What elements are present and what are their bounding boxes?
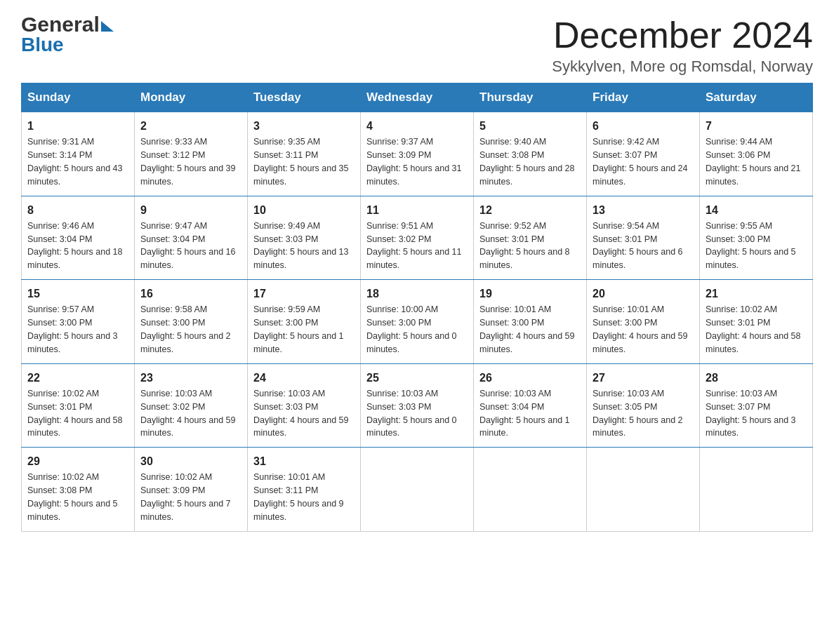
calendar-cell: 27Sunrise: 10:03 AMSunset: 3:05 PMDaylig… <box>587 363 700 448</box>
day-info: Sunrise: 9:31 AMSunset: 3:14 PMDaylight:… <box>27 137 123 187</box>
day-number: 25 <box>366 370 468 386</box>
day-number: 30 <box>140 453 241 469</box>
day-number: 4 <box>366 118 468 134</box>
calendar-cell: 12Sunrise: 9:52 AMSunset: 3:01 PMDayligh… <box>474 196 587 280</box>
day-info: Sunrise: 10:02 AMSunset: 3:09 PMDaylight… <box>140 472 231 522</box>
day-number: 3 <box>253 118 355 134</box>
day-info: Sunrise: 9:42 AMSunset: 3:07 PMDaylight:… <box>593 137 688 187</box>
day-info: Sunrise: 10:03 AMSunset: 3:02 PMDaylight… <box>140 389 236 438</box>
day-number: 19 <box>479 286 581 302</box>
calendar-cell: 19Sunrise: 10:01 AMSunset: 3:00 PMDaylig… <box>474 280 587 364</box>
day-info: Sunrise: 9:37 AMSunset: 3:09 PMDaylight:… <box>366 137 462 187</box>
day-info: Sunrise: 10:03 AMSunset: 3:03 PMDaylight… <box>366 389 457 438</box>
calendar-cell: 3Sunrise: 9:35 AMSunset: 3:11 PMDaylight… <box>248 112 361 196</box>
day-number: 27 <box>593 370 694 386</box>
day-number: 18 <box>366 286 468 302</box>
calendar-cell: 11Sunrise: 9:51 AMSunset: 3:02 PMDayligh… <box>361 196 474 280</box>
calendar-cell: 29Sunrise: 10:02 AMSunset: 3:08 PMDaylig… <box>22 448 135 532</box>
calendar-cell: 16Sunrise: 9:58 AMSunset: 3:00 PMDayligh… <box>135 280 248 364</box>
calendar-cell: 17Sunrise: 9:59 AMSunset: 3:00 PMDayligh… <box>248 280 361 364</box>
calendar-cell: 15Sunrise: 9:57 AMSunset: 3:00 PMDayligh… <box>22 280 135 364</box>
day-number: 22 <box>27 370 128 386</box>
day-number: 10 <box>253 202 355 218</box>
day-info: Sunrise: 10:02 AMSunset: 3:01 PMDaylight… <box>27 389 123 438</box>
column-header-thursday: Thursday <box>474 83 587 112</box>
day-info: Sunrise: 10:01 AMSunset: 3:00 PMDaylight… <box>593 304 688 354</box>
day-number: 29 <box>27 453 128 469</box>
day-number: 5 <box>479 118 581 134</box>
logo: General Blue <box>21 14 114 56</box>
day-info: Sunrise: 9:40 AMSunset: 3:08 PMDaylight:… <box>479 137 575 187</box>
calendar-cell: 9Sunrise: 9:47 AMSunset: 3:04 PMDaylight… <box>135 196 248 280</box>
calendar-cell: 2Sunrise: 9:33 AMSunset: 3:12 PMDaylight… <box>135 112 248 196</box>
calendar-cell: 8Sunrise: 9:46 AMSunset: 3:04 PMDaylight… <box>22 196 135 280</box>
calendar-header-row: SundayMondayTuesdayWednesdayThursdayFrid… <box>22 83 813 112</box>
day-info: Sunrise: 9:33 AMSunset: 3:12 PMDaylight:… <box>140 137 236 187</box>
day-number: 11 <box>366 202 468 218</box>
calendar-cell: 14Sunrise: 9:55 AMSunset: 3:00 PMDayligh… <box>700 196 813 280</box>
calendar-cell: 4Sunrise: 9:37 AMSunset: 3:09 PMDaylight… <box>361 112 474 196</box>
day-info: Sunrise: 9:55 AMSunset: 3:00 PMDaylight:… <box>706 221 796 271</box>
day-info: Sunrise: 9:59 AMSunset: 3:00 PMDaylight:… <box>253 304 344 354</box>
calendar-cell: 21Sunrise: 10:02 AMSunset: 3:01 PMDaylig… <box>700 280 813 364</box>
calendar-table: SundayMondayTuesdayWednesdayThursdayFrid… <box>21 83 813 532</box>
logo-blue-text: Blue <box>21 34 64 56</box>
day-info: Sunrise: 9:47 AMSunset: 3:04 PMDaylight:… <box>140 221 236 271</box>
calendar-cell: 1Sunrise: 9:31 AMSunset: 3:14 PMDaylight… <box>22 112 135 196</box>
day-number: 20 <box>593 286 694 302</box>
day-info: Sunrise: 9:44 AMSunset: 3:06 PMDaylight:… <box>706 137 801 187</box>
day-info: Sunrise: 10:01 AMSunset: 3:11 PMDaylight… <box>253 472 344 522</box>
day-number: 23 <box>140 370 241 386</box>
day-number: 7 <box>706 118 807 134</box>
day-number: 16 <box>140 286 241 302</box>
day-number: 17 <box>253 286 355 302</box>
logo-arrow-icon <box>101 21 114 32</box>
page-header: General Blue December 2024 Sykkylven, Mo… <box>21 14 813 76</box>
calendar-cell: 31Sunrise: 10:01 AMSunset: 3:11 PMDaylig… <box>248 448 361 532</box>
day-info: Sunrise: 10:02 AMSunset: 3:01 PMDaylight… <box>706 304 801 354</box>
column-header-monday: Monday <box>135 83 248 112</box>
day-info: Sunrise: 10:02 AMSunset: 3:08 PMDaylight… <box>27 472 118 522</box>
column-header-sunday: Sunday <box>22 83 135 112</box>
column-header-friday: Friday <box>587 83 700 112</box>
day-number: 8 <box>27 202 128 218</box>
day-info: Sunrise: 10:03 AMSunset: 3:05 PMDaylight… <box>593 389 683 438</box>
calendar-cell <box>474 448 587 532</box>
calendar-cell: 25Sunrise: 10:03 AMSunset: 3:03 PMDaylig… <box>361 363 474 448</box>
calendar-cell: 30Sunrise: 10:02 AMSunset: 3:09 PMDaylig… <box>135 448 248 532</box>
calendar-cell <box>587 448 700 532</box>
calendar-cell: 28Sunrise: 10:03 AMSunset: 3:07 PMDaylig… <box>700 363 813 448</box>
calendar-cell: 6Sunrise: 9:42 AMSunset: 3:07 PMDaylight… <box>587 112 700 196</box>
day-info: Sunrise: 10:00 AMSunset: 3:00 PMDaylight… <box>366 304 457 354</box>
title-section: December 2024 Sykkylven, More og Romsdal… <box>552 14 813 76</box>
day-number: 12 <box>479 202 581 218</box>
calendar-cell <box>361 448 474 532</box>
day-info: Sunrise: 9:46 AMSunset: 3:04 PMDaylight:… <box>27 221 123 271</box>
day-info: Sunrise: 9:57 AMSunset: 3:00 PMDaylight:… <box>27 304 118 354</box>
day-info: Sunrise: 9:35 AMSunset: 3:11 PMDaylight:… <box>253 137 349 187</box>
calendar-cell: 13Sunrise: 9:54 AMSunset: 3:01 PMDayligh… <box>587 196 700 280</box>
calendar-cell: 5Sunrise: 9:40 AMSunset: 3:08 PMDaylight… <box>474 112 587 196</box>
day-info: Sunrise: 9:58 AMSunset: 3:00 PMDaylight:… <box>140 304 231 354</box>
calendar-cell: 23Sunrise: 10:03 AMSunset: 3:02 PMDaylig… <box>135 363 248 448</box>
calendar-cell: 22Sunrise: 10:02 AMSunset: 3:01 PMDaylig… <box>22 363 135 448</box>
day-info: Sunrise: 10:03 AMSunset: 3:07 PMDaylight… <box>706 389 796 438</box>
day-number: 26 <box>479 370 581 386</box>
column-header-tuesday: Tuesday <box>248 83 361 112</box>
day-info: Sunrise: 10:03 AMSunset: 3:04 PMDaylight… <box>479 389 570 438</box>
day-number: 9 <box>140 202 241 218</box>
day-number: 1 <box>27 118 128 134</box>
day-info: Sunrise: 10:01 AMSunset: 3:00 PMDaylight… <box>479 304 575 354</box>
day-number: 15 <box>27 286 128 302</box>
calendar-cell: 18Sunrise: 10:00 AMSunset: 3:00 PMDaylig… <box>361 280 474 364</box>
day-info: Sunrise: 9:52 AMSunset: 3:01 PMDaylight:… <box>479 221 570 271</box>
day-number: 14 <box>706 202 807 218</box>
day-number: 31 <box>253 453 355 469</box>
day-number: 24 <box>253 370 355 386</box>
day-number: 28 <box>706 370 807 386</box>
location-title: Sykkylven, More og Romsdal, Norway <box>552 58 813 76</box>
calendar-cell: 10Sunrise: 9:49 AMSunset: 3:03 PMDayligh… <box>248 196 361 280</box>
calendar-week-row: 22Sunrise: 10:02 AMSunset: 3:01 PMDaylig… <box>22 363 813 448</box>
calendar-cell: 7Sunrise: 9:44 AMSunset: 3:06 PMDaylight… <box>700 112 813 196</box>
calendar-cell <box>700 448 813 532</box>
